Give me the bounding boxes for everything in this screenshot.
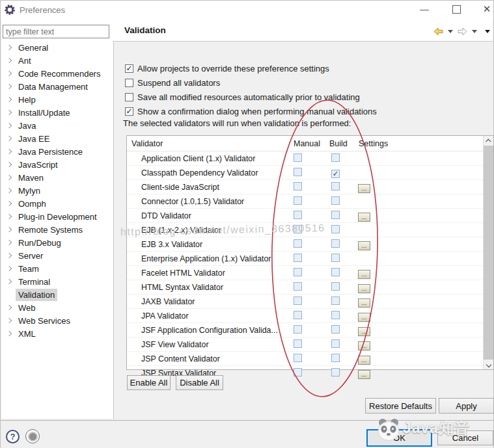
manual-checkbox[interactable] bbox=[294, 296, 302, 305]
sidebar-item-web[interactable]: Web bbox=[1, 301, 113, 314]
disable-all-button[interactable]: Disable All bbox=[176, 375, 223, 390]
settings-button[interactable]: ... bbox=[358, 327, 370, 336]
chevron-right-icon[interactable] bbox=[7, 214, 12, 219]
chevron-right-icon[interactable] bbox=[7, 136, 12, 141]
option-checkbox[interactable] bbox=[125, 93, 133, 101]
option-checkbox[interactable] bbox=[125, 79, 133, 87]
chevron-right-icon[interactable] bbox=[7, 201, 12, 206]
sidebar-item-remote-systems[interactable]: Remote Systems bbox=[1, 223, 113, 236]
table-row-ejb-3-x-validator[interactable]: EJB 3.x Validator ... bbox=[127, 237, 484, 252]
build-checkbox[interactable] bbox=[331, 254, 340, 262]
sidebar-item-terminal[interactable]: Terminal bbox=[1, 275, 113, 288]
forward-arrow-icon[interactable] bbox=[457, 27, 468, 36]
manual-checkbox[interactable] bbox=[294, 239, 302, 248]
table-row-jsf-application-configuration-valida[interactable]: JSF Application Configuration Valida... … bbox=[127, 323, 484, 337]
option-checkbox[interactable]: ✓ bbox=[125, 107, 133, 116]
settings-button[interactable]: ... bbox=[358, 270, 370, 279]
table-row-jaxb-validator[interactable]: JAXB Validator ... bbox=[127, 295, 484, 309]
sidebar-item-server[interactable]: Server bbox=[1, 249, 113, 262]
manual-checkbox[interactable] bbox=[294, 196, 302, 205]
chevron-right-icon[interactable] bbox=[7, 84, 12, 89]
build-checkbox[interactable] bbox=[331, 339, 340, 348]
table-row-jsf-view-validator[interactable]: JSF View Validator ... bbox=[127, 337, 484, 352]
manual-checkbox[interactable] bbox=[294, 168, 302, 176]
column-header-manual[interactable]: Manual bbox=[288, 139, 326, 148]
chevron-right-icon[interactable] bbox=[7, 110, 12, 115]
chevron-right-icon[interactable] bbox=[7, 279, 12, 284]
scrollbar-thumb[interactable] bbox=[484, 146, 493, 360]
chevron-right-icon[interactable] bbox=[7, 58, 12, 63]
settings-button[interactable]: ... bbox=[358, 284, 370, 293]
sidebar-item-plug-in-development[interactable]: Plug-in Development bbox=[1, 210, 113, 223]
manual-checkbox[interactable] bbox=[294, 368, 302, 376]
column-header-settings[interactable]: Settings bbox=[355, 139, 393, 148]
close-icon[interactable]: ✕ bbox=[481, 3, 493, 16]
manual-checkbox[interactable] bbox=[294, 354, 302, 362]
restore-defaults-button[interactable]: Restore Defaults bbox=[365, 398, 436, 414]
build-checkbox[interactable] bbox=[331, 325, 340, 334]
build-checkbox[interactable] bbox=[331, 211, 340, 219]
chevron-right-icon[interactable] bbox=[7, 162, 12, 167]
chevron-right-icon[interactable] bbox=[7, 227, 12, 232]
ok-button[interactable]: OK bbox=[366, 429, 432, 447]
column-header-validator[interactable]: Validator bbox=[127, 139, 288, 148]
manual-checkbox[interactable] bbox=[294, 282, 302, 291]
manual-checkbox[interactable] bbox=[294, 211, 302, 219]
sidebar-item-install-update[interactable]: Install/Update bbox=[1, 106, 113, 119]
sidebar-item-run-debug[interactable]: Run/Debug bbox=[1, 236, 113, 249]
manual-checkbox[interactable] bbox=[294, 254, 302, 262]
manual-checkbox[interactable] bbox=[294, 268, 302, 276]
table-row-facelet-html-validator[interactable]: Facelet HTML Validator ... bbox=[127, 266, 484, 280]
table-row-html-syntax-validator[interactable]: HTML Syntax Validator ... bbox=[127, 280, 484, 295]
sidebar-item-java[interactable]: Java bbox=[1, 119, 113, 132]
chevron-right-icon[interactable] bbox=[7, 175, 12, 180]
manual-checkbox[interactable] bbox=[294, 325, 302, 334]
chevron-right-icon[interactable] bbox=[7, 266, 12, 271]
build-checkbox[interactable]: ✓ bbox=[331, 170, 340, 178]
view-menu-icon[interactable] bbox=[485, 30, 490, 33]
chevron-right-icon[interactable] bbox=[7, 71, 12, 76]
sidebar-item-mylyn[interactable]: Mylyn bbox=[1, 184, 113, 197]
chevron-right-icon[interactable] bbox=[7, 97, 12, 102]
build-checkbox[interactable] bbox=[331, 368, 340, 376]
build-checkbox[interactable] bbox=[331, 182, 340, 191]
settings-button[interactable]: ... bbox=[358, 241, 370, 250]
sidebar-item-ant[interactable]: Ant bbox=[1, 54, 113, 67]
manual-checkbox[interactable] bbox=[294, 182, 302, 191]
sidebar-item-maven[interactable]: Maven bbox=[1, 171, 113, 184]
column-header-build[interactable]: Build bbox=[326, 139, 355, 148]
sidebar-item-general[interactable]: General bbox=[1, 41, 113, 54]
build-checkbox[interactable] bbox=[331, 225, 340, 233]
build-checkbox[interactable] bbox=[331, 354, 340, 362]
chevron-right-icon[interactable] bbox=[7, 123, 12, 128]
build-checkbox[interactable] bbox=[331, 282, 340, 291]
sidebar-item-oomph[interactable]: Oomph bbox=[1, 197, 113, 210]
chevron-right-icon[interactable] bbox=[7, 149, 12, 154]
scroll-down-icon[interactable] bbox=[484, 360, 493, 369]
cancel-button[interactable]: Cancel bbox=[437, 430, 493, 445]
sidebar-item-java-persistence[interactable]: Java Persistence bbox=[1, 145, 113, 158]
sidebar-item-java-ee[interactable]: Java EE bbox=[1, 132, 113, 145]
settings-button[interactable]: ... bbox=[358, 356, 370, 365]
option-checkbox[interactable]: ✓ bbox=[125, 64, 133, 73]
table-row-jsp-content-validator[interactable]: JSP Content Validator ... bbox=[127, 352, 484, 366]
table-scrollbar[interactable] bbox=[483, 136, 493, 369]
chevron-right-icon[interactable] bbox=[7, 331, 12, 336]
table-row-client-side-javascript[interactable]: Client-side JavaScript ... bbox=[127, 180, 484, 194]
table-row-jpa-validator[interactable]: JPA Validator ... bbox=[127, 309, 484, 323]
maximize-icon[interactable] bbox=[452, 5, 461, 14]
table-row-enterprise-application-1-x-validator[interactable]: Enterprise Application (1.x) Validator bbox=[127, 252, 484, 266]
forward-history-dropdown-icon[interactable] bbox=[472, 30, 477, 33]
chevron-right-icon[interactable] bbox=[7, 305, 12, 310]
chevron-right-icon[interactable] bbox=[7, 240, 12, 245]
settings-button[interactable]: ... bbox=[358, 313, 370, 322]
chevron-right-icon[interactable] bbox=[7, 253, 12, 258]
sidebar-item-xml[interactable]: XML bbox=[1, 327, 113, 340]
sidebar-item-validation[interactable]: Validation bbox=[1, 288, 113, 301]
table-row-dtd-validator[interactable]: DTD Validator ... bbox=[127, 209, 484, 223]
table-row-connector-1-0-1-5-validator[interactable]: Connector (1.0,1.5) Validator bbox=[127, 194, 484, 209]
manual-checkbox[interactable] bbox=[294, 311, 302, 319]
build-checkbox[interactable] bbox=[331, 196, 340, 205]
build-checkbox[interactable] bbox=[331, 268, 340, 276]
back-arrow-icon[interactable] bbox=[433, 27, 444, 36]
